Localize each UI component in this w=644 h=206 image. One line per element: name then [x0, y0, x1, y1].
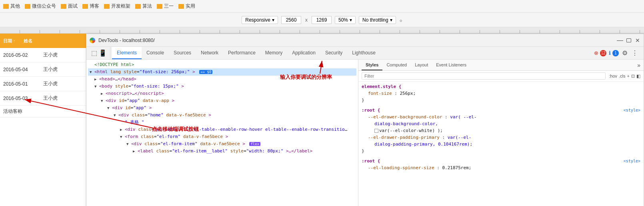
devtools-body: <!DOCTYPE html> ▼ <html lang style="font…	[86, 60, 644, 206]
bookmark-folder-icon	[135, 4, 141, 9]
styles-tab-styles[interactable]: Styles	[362, 60, 382, 70]
name-cell: 王小虎	[43, 80, 63, 87]
more-options-icon[interactable]: ⋮	[631, 48, 639, 58]
html-line-body[interactable]: ▼ <body style="font-size: 15px;" >	[88, 83, 356, 90]
expand-pane-icon[interactable]: ⊡	[631, 74, 635, 79]
chevron-down-icon: ▾	[390, 17, 392, 23]
minimize-button[interactable]: —	[617, 38, 623, 43]
html-line-noscript[interactable]: ▶ <noscript>…</noscript>	[88, 90, 356, 97]
cls-filter[interactable]: .cls	[619, 74, 626, 79]
device-toolbar-icon[interactable]: 📱	[99, 49, 107, 57]
bookmark-folder-icon	[82, 4, 88, 9]
tab-application[interactable]: Application	[287, 47, 320, 59]
filter-input[interactable]	[362, 72, 606, 80]
date-cell: 2016-05-01	[3, 81, 35, 87]
bookmark-practical[interactable]: 实用	[178, 3, 195, 10]
throttling-dropdown[interactable]: No throttling ▾	[359, 16, 396, 24]
close-button[interactable]: ✕	[635, 38, 640, 43]
settings-icon[interactable]: ⚙	[621, 48, 628, 58]
html-line-label[interactable]: ▶ <label class="el-form-item__label" sty…	[88, 148, 356, 155]
devtools-tabs: ⬚ 📱 Elements Console Sources Network Per…	[86, 47, 644, 60]
responsive-dropdown[interactable]: Responsive ▾	[242, 16, 278, 24]
chevron-down-icon: ▾	[350, 17, 352, 23]
responsive-bar: Responsive ▾ x 50% ▾ No throttling ▾ ⬦	[0, 13, 644, 27]
tab-sources[interactable]: Sources	[169, 47, 196, 59]
styles-content[interactable]: element.style { font-size : 256px; } :ro…	[358, 82, 644, 206]
bookmark-sanyi[interactable]: 三一	[157, 3, 174, 10]
table-row: 2016-05-01 王小虎	[0, 77, 88, 91]
bookmark-interview[interactable]: 面试	[61, 3, 78, 10]
width-input[interactable]	[281, 16, 301, 24]
name-cell: 王小虎	[43, 52, 63, 58]
styles-tab-layout[interactable]: Layout	[411, 60, 432, 70]
html-line-div-app-outer[interactable]: ▼ <div id="app" data-v-app >	[88, 97, 356, 104]
style-rule: :root { <style> --el-loading-spinner-siz…	[362, 158, 640, 171]
elements-panel: <!DOCTYPE html> ▼ <html lang style="font…	[86, 60, 358, 206]
html-line-table-div[interactable]: ▶ <div class="el-table--fit el-table--en…	[88, 126, 356, 133]
filter-controls: :hov .cls + ⊡ ◧	[609, 74, 640, 79]
height-input[interactable]	[312, 16, 332, 24]
bookmark-folder-icon	[61, 4, 66, 9]
warning-count: 1	[612, 50, 619, 56]
html-line-doctype[interactable]: <!DOCTYPE html>	[88, 61, 356, 68]
expand-arrow[interactable]: ▶	[101, 90, 105, 97]
adjust-icon[interactable]: ◧	[636, 74, 640, 79]
tab-elements[interactable]: Elements	[112, 47, 142, 59]
table-row: 2016-05-03 王小虎	[0, 91, 88, 106]
chrome-favicon	[90, 38, 95, 43]
styles-more-icon[interactable]: »	[637, 62, 640, 68]
window-controls: — ✕	[617, 38, 640, 43]
tab-performance[interactable]: Performance	[223, 47, 260, 59]
expand-arrow[interactable]: ▼	[90, 68, 94, 76]
table-header: 日期 ↑ 姓名	[0, 34, 88, 48]
expand-arrow[interactable]: ▶	[120, 126, 124, 133]
expand-arrow[interactable]: ▼	[120, 133, 124, 140]
html-line-head[interactable]: ▶ <head>…</head>	[88, 76, 356, 83]
bookmark-folder-icon	[25, 4, 30, 9]
bookmark-wechat[interactable]: 微信公众号	[25, 3, 56, 10]
bookmarks-bar: 其他 微信公众号 面试 博客 开发框架 算法 三一 实用	[0, 0, 644, 13]
expand-arrow[interactable]: ▶	[94, 76, 98, 83]
style-rule: element.style { font-size : 256px; }	[362, 83, 640, 104]
date-cell: 2016-05-02	[3, 52, 35, 58]
inspect-element-icon[interactable]: ⬚	[91, 49, 97, 57]
zoom-dropdown[interactable]: 50% ▾	[335, 16, 356, 24]
expand-arrow[interactable]: ▶	[133, 148, 137, 155]
tab-security[interactable]: Security	[320, 47, 347, 59]
ruler	[0, 27, 644, 34]
add-style-icon[interactable]: +	[627, 74, 630, 79]
name-col-header: 姓名	[24, 38, 32, 44]
expand-arrow[interactable]: ▼	[114, 112, 118, 119]
expand-arrow[interactable]: ▼	[107, 104, 111, 112]
html-line-div-home[interactable]: ▼ <div class="home" data-v-fae5bece >	[88, 112, 356, 119]
bookmark-folder-icon	[157, 4, 162, 9]
tab-network[interactable]: Network	[196, 47, 223, 59]
bookmark-framework[interactable]: 开发框架	[104, 3, 130, 10]
bookmark-blog[interactable]: 博客	[82, 3, 99, 10]
html-line-html[interactable]: ▼ <html lang style="font-size: 256px;" >…	[88, 68, 356, 76]
tab-console[interactable]: Console	[142, 47, 169, 59]
bookmark-other[interactable]: 其他	[3, 3, 20, 10]
html-line-div-app[interactable]: ▼ <div id="app" >	[88, 104, 356, 112]
chevron-down-icon: ▾	[272, 17, 274, 23]
expand-arrow[interactable]: ▼	[94, 83, 98, 90]
hov-filter[interactable]: :hov	[609, 74, 617, 79]
restore-button[interactable]	[626, 38, 632, 43]
style-rule: :root { <style> --el-drawer-background-c…	[362, 107, 640, 154]
styles-tab-computed[interactable]: Computed	[382, 60, 411, 70]
html-line-form[interactable]: ▼ <form class="el-form" data-v-fae5bece …	[88, 133, 356, 140]
tab-lighthouse[interactable]: Lighthouse	[347, 47, 380, 59]
elements-content[interactable]: <!DOCTYPE html> ▼ <html lang style="font…	[86, 60, 358, 206]
bookmark-algorithm[interactable]: 算法	[135, 3, 152, 10]
bookmark-folder-icon	[178, 4, 184, 9]
html-line-form-item[interactable]: ▼ <div class="el-form-item" data-v-fae5b…	[88, 140, 356, 148]
rotate-icon[interactable]: ⬦	[399, 17, 402, 23]
expand-arrow[interactable]: ▼	[101, 97, 105, 104]
error-badge: ⊗ 12	[594, 50, 606, 56]
tab-memory[interactable]: Memory	[260, 47, 287, 59]
styles-tab-event-listeners[interactable]: Event Listeners	[432, 60, 470, 70]
tab-icons: ⊗ 12 ℹ 1 ⚙ ⋮	[591, 47, 642, 59]
html-line-text[interactable]: " 表格 "	[88, 119, 356, 126]
expand-arrow[interactable]: ▼	[126, 140, 130, 148]
warning-badge: ℹ 1	[609, 50, 619, 56]
